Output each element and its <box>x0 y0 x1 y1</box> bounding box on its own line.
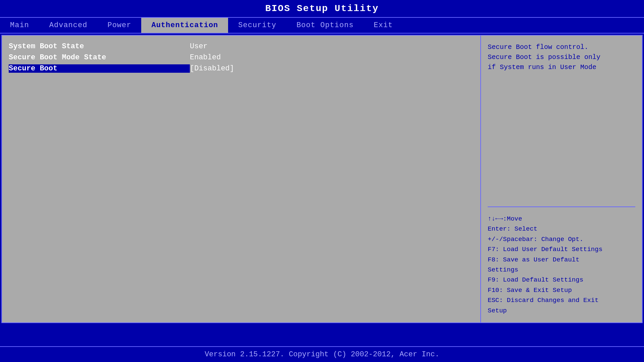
menu-item-advanced[interactable]: Advanced <box>39 18 98 33</box>
menu-item-authentication[interactable]: Authentication <box>141 18 228 33</box>
setting-name-secure-boot-mode-state: Secure Boot Mode State <box>9 53 190 62</box>
bios-title: BIOS Setup Utility <box>265 3 379 14</box>
setting-name-secure-boot: Secure Boot <box>9 64 190 73</box>
key-move: ↑↓←→:Move <box>488 214 635 224</box>
menu-item-security[interactable]: Security <box>228 18 286 33</box>
side-panel: Secure Boot flow control. Secure Boot is… <box>481 36 642 322</box>
content-area: System Boot State User Secure Boot Mode … <box>1 35 643 323</box>
setting-name-system-boot-state: System Boot State <box>9 42 190 51</box>
setting-value-secure-boot-mode-state: Enabled <box>190 53 221 62</box>
key-esc: ESC: Discard Changes and Exit <box>488 295 635 305</box>
key-f9: F9: Load Default Settings <box>488 275 635 285</box>
menu-item-main[interactable]: Main <box>0 18 39 33</box>
key-f7: F7: Load User Default Settings <box>488 244 635 254</box>
menu-bar: Main Advanced Power Authentication Secur… <box>0 17 644 34</box>
status-bar: Version 2.15.1227. Copyright (C) 2002-20… <box>0 346 644 362</box>
key-change-opt: +/-/Spacebar: Change Opt. <box>488 234 635 244</box>
setting-value-system-boot-state: User <box>190 42 208 51</box>
setting-row-secure-boot[interactable]: Secure Boot [Disabled] <box>9 64 474 73</box>
menu-item-exit[interactable]: Exit <box>364 18 403 33</box>
key-enter-select: Enter: Select <box>488 224 635 234</box>
setting-row-secure-boot-mode-state[interactable]: Secure Boot Mode State Enabled <box>9 53 474 62</box>
version-text: Version 2.15.1227. Copyright (C) 2002-20… <box>205 350 439 359</box>
menu-item-boot-options[interactable]: Boot Options <box>286 18 364 33</box>
setting-row-system-boot-state[interactable]: System Boot State User <box>9 42 474 51</box>
menu-item-power[interactable]: Power <box>97 18 141 33</box>
title-bar: BIOS Setup Utility <box>0 0 644 17</box>
main-panel: System Boot State User Secure Boot Mode … <box>2 36 481 322</box>
key-help: ↑↓←→:Move Enter: Select +/-/Spacebar: Ch… <box>488 214 635 316</box>
key-f10: F10: Save & Exit Setup <box>488 285 635 295</box>
key-f8: F8: Save as User Default <box>488 255 635 265</box>
key-f8-cont: Settings <box>488 265 635 275</box>
key-esc-cont: Setup <box>488 306 635 316</box>
help-description: Secure Boot flow control. Secure Boot is… <box>488 42 635 207</box>
setting-value-secure-boot: [Disabled] <box>190 64 234 73</box>
